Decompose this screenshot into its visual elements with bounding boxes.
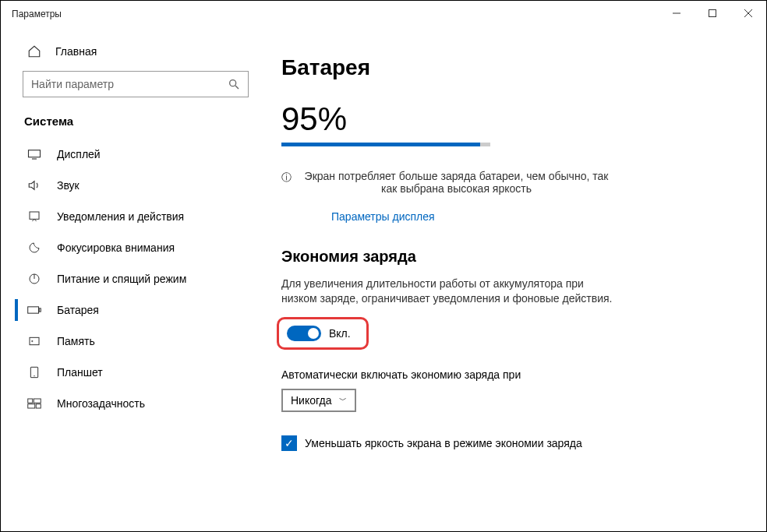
svg-rect-6 [29,150,41,157]
svg-rect-1 [709,10,716,17]
window-title: Параметры [12,9,62,19]
storage-icon [27,335,41,347]
brightness-checkbox-label: Уменьшать яркость экрана в режиме эконом… [305,437,582,449]
nav-label: Звук [57,179,80,192]
sidebar-item-notifications[interactable]: Уведомления и действия [1,201,258,232]
search-input[interactable]: Найти параметр [23,71,249,97]
home-label: Главная [55,45,97,58]
battery-saver-toggle-highlight: Вкл. [277,317,369,350]
sidebar-item-focus[interactable]: Фокусировка внимания [1,232,258,263]
svg-rect-12 [39,308,41,312]
nav-label: Фокусировка внимания [57,241,175,254]
minimize-button[interactable] [659,1,695,26]
focus-icon [27,241,41,254]
sidebar-item-display[interactable]: Дисплей [1,139,258,170]
svg-point-14 [32,340,33,341]
sidebar-item-power[interactable]: Питание и спящий режим [1,263,258,294]
battery-tip: ⓘ Экран потребляет больше заряда батареи… [281,170,617,195]
sidebar-item-sound[interactable]: Звук [1,170,258,201]
battery-progress [281,143,490,146]
close-button[interactable] [730,1,766,26]
section-title: Система [1,111,258,139]
select-value: Никогда [291,394,331,407]
search-placeholder: Найти параметр [31,78,114,90]
home-link[interactable]: Главная [1,37,258,66]
info-icon: ⓘ [281,171,292,185]
home-icon [27,44,41,58]
tablet-icon [27,366,41,379]
saver-description: Для увеличения длительности работы от ак… [281,277,617,306]
brightness-checkbox-row: ✓ Уменьшать яркость экрана в режиме экон… [281,435,743,451]
svg-line-5 [235,86,239,89]
nav-label: Уведомления и действия [57,210,184,223]
nav-label: Память [57,335,95,347]
svg-rect-17 [28,399,33,403]
auto-enable-label: Автоматически включать экономию заряда п… [281,368,743,381]
nav-label: Батарея [57,304,99,316]
tip-text: Экран потребляет больше заряда батареи, … [296,170,617,195]
sidebar-item-storage[interactable]: Память [1,326,258,357]
auto-enable-select[interactable]: Никогда ﹀ [281,389,356,412]
svg-rect-11 [28,307,39,313]
battery-progress-fill [281,143,480,146]
nav-label: Питание и спящий режим [57,273,186,285]
toggle-state-label: Вкл. [329,327,351,340]
brightness-checkbox[interactable]: ✓ [281,435,297,451]
titlebar: Параметры [1,1,766,27]
page-title: Батарея [281,55,743,80]
nav-label: Дисплей [57,148,101,160]
sidebar-item-multitasking[interactable]: Многозадачность [1,388,258,419]
search-icon [228,78,240,90]
svg-rect-20 [36,404,41,408]
svg-rect-18 [34,399,41,403]
main-content: Батарея 95% ⓘ Экран потребляет больше за… [258,27,766,531]
maximize-button[interactable] [695,1,730,26]
svg-rect-13 [30,337,39,344]
nav-label: Планшет [57,366,103,379]
chevron-down-icon: ﹀ [339,395,347,406]
nav-label: Многозадачность [57,397,145,410]
battery-saver-toggle[interactable] [287,326,321,341]
notifications-icon [27,210,41,223]
display-icon [27,149,41,160]
svg-rect-8 [30,212,39,219]
multitasking-icon [27,398,41,409]
window-controls [659,1,766,26]
sidebar-item-battery[interactable]: Батарея [1,294,258,326]
svg-point-4 [230,80,236,86]
saver-heading: Экономия заряда [281,248,743,266]
power-icon [27,273,41,285]
display-settings-link[interactable]: Параметры дисплея [331,210,435,223]
svg-rect-19 [28,404,35,408]
sidebar-item-tablet[interactable]: Планшет [1,357,258,388]
battery-percent: 95% [281,100,743,138]
sound-icon [27,179,41,192]
sidebar: Главная Найти параметр Система Дисплей З… [1,27,258,531]
battery-icon [27,305,41,315]
